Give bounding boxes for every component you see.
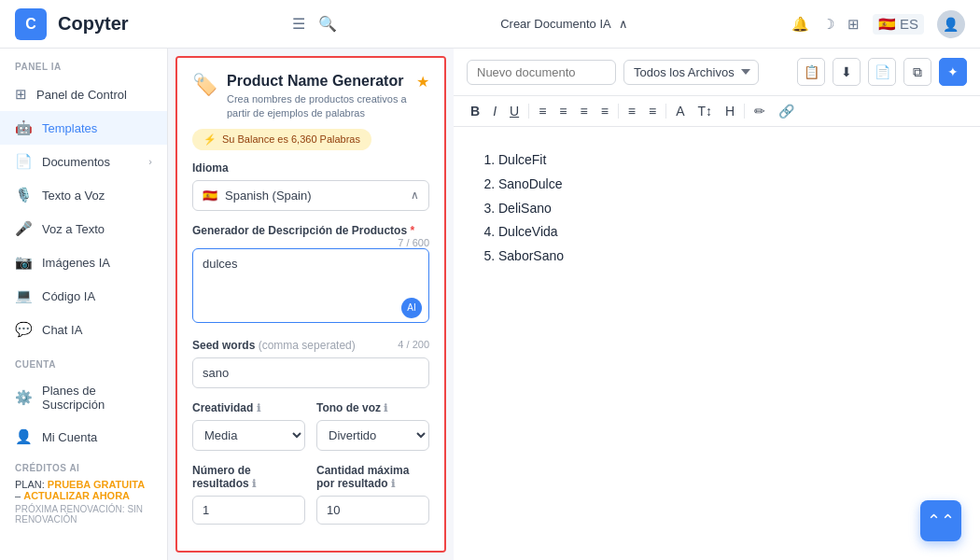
creatividad-label: Creatividad ℹ (192, 401, 305, 414)
avatar[interactable]: 👤 (937, 10, 965, 38)
credits-section: CRÉDITOS AI PLAN: PRUEBA GRATUITA – ACTU… (0, 454, 167, 534)
credits-label: CRÉDITOS AI (15, 463, 152, 473)
list-item-2: SanoDulce (498, 174, 954, 196)
format-italic[interactable]: I (489, 102, 500, 120)
fmt-divider-4 (744, 104, 745, 119)
format-align-left[interactable]: ≡ (535, 102, 550, 120)
format-list-ul[interactable]: ≡ (645, 102, 660, 120)
sidebar-item-texto-voz[interactable]: 🎙️ Texto a Voz (0, 178, 167, 212)
chevron-right-icon: › (148, 156, 152, 167)
toolbar-btn-1[interactable]: 📋 (797, 58, 825, 86)
creativity-tone-row: Creatividad ℹ Baja Media Alta Tono de vo… (192, 401, 429, 451)
sidebar-label-panel: Panel de Control (36, 88, 127, 102)
doc-name-input[interactable] (467, 60, 616, 85)
fmt-divider-1 (528, 104, 529, 119)
info-creatividad-icon[interactable]: ℹ (257, 402, 260, 413)
plan-update-link[interactable]: ACTUALIZAR AHORA (23, 490, 130, 501)
description-textarea-wrapper: dulces AI (192, 243, 429, 326)
bolt-icon: ⚡ (203, 133, 217, 146)
sidebar-label-texto-voz: Texto a Voz (42, 189, 105, 203)
format-link[interactable]: 🔗 (775, 102, 798, 120)
language-badge[interactable]: 🇪🇸 ES (873, 14, 924, 35)
bell-icon[interactable]: 🔔 (791, 16, 809, 33)
search-icon[interactable]: 🔍 (318, 15, 337, 33)
format-font-size[interactable]: T↕ (694, 102, 717, 120)
sidebar: PANEL IA ⊞ Panel de Control 🤖 Templates … (0, 49, 168, 560)
sidebar-label-chat: Chat IA (42, 323, 82, 337)
file-select[interactable]: Todos los Archivos (623, 60, 759, 85)
format-font-color[interactable]: A (672, 102, 688, 120)
flag-icon: 🇪🇸 (878, 16, 896, 33)
toolbar-btn-3[interactable]: 📄 (868, 58, 896, 86)
sidebar-label-planes: Planes de Suscripción (42, 384, 152, 412)
sidebar-item-panel-control[interactable]: ⊞ Panel de Control (0, 77, 167, 111)
sidebar-item-codigo[interactable]: 💻 Código IA (0, 279, 167, 313)
fab-scroll-top-button[interactable]: ⌃⌃ (920, 500, 961, 541)
max-qty-input[interactable] (316, 496, 429, 525)
format-bold[interactable]: B (467, 102, 483, 120)
doc-icon: 📄 (15, 153, 33, 170)
list-item-4: DulceVida (498, 221, 954, 244)
sidebar-item-planes[interactable]: ⚙️ Planes de Suscripción (0, 375, 167, 420)
editor-format-bar: B I U ≡ ≡ ≡ ≡ ≡ ≡ A T↕ H ✏ 🔗 (454, 96, 980, 127)
star-icon[interactable]: ★ (416, 73, 429, 91)
tono-select[interactable]: Formal Divertido Neutral (316, 420, 429, 451)
info-results-icon[interactable]: ℹ (252, 478, 256, 489)
format-underline[interactable]: U (506, 102, 523, 120)
chat-icon: 💬 (15, 321, 33, 338)
camera-icon: 📷 (15, 254, 33, 271)
tool-title: Product Name Generator (227, 73, 407, 90)
toolbar-btn-5-active[interactable]: ✦ (939, 58, 967, 86)
seed-label: Seed words (comma seperated) 4 / 200 (192, 339, 429, 352)
moon-icon[interactable]: ☽ (822, 16, 834, 33)
logo-box: C (15, 8, 47, 40)
description-textarea[interactable]: dulces (192, 248, 429, 323)
format-heading[interactable]: H (721, 102, 738, 120)
header-left: C Copyter (15, 8, 129, 40)
tool-title-area: Product Name Generator Crea nombres de p… (227, 73, 407, 121)
sidebar-item-mi-cuenta[interactable]: 👤 Mi Cuenta (0, 420, 167, 454)
hamburger-icon[interactable]: ☰ (292, 15, 305, 33)
list-item-3: DeliSano (498, 198, 954, 220)
balance-text: Su Balance es 6,360 Palabras (222, 133, 360, 145)
editor-content: DulceFit SanoDulce DeliSano DulceVida Sa… (454, 127, 980, 560)
sidebar-item-imagenes[interactable]: 📷 Imágenes IA (0, 245, 167, 279)
info-tono-icon[interactable]: ℹ (384, 402, 387, 413)
sidebar-label-codigo: Código IA (42, 289, 95, 303)
max-qty-label: Cantidad máxima por resultado ℹ (316, 464, 429, 490)
sidebar-item-voz-texto[interactable]: 🎤 Voz a Texto (0, 212, 167, 245)
num-results-label-text: Número de resultados (192, 464, 251, 490)
plan-free-link[interactable]: PRUEBA GRATUITA (48, 479, 145, 490)
ai-badge-icon: AI (401, 298, 422, 318)
language-select[interactable]: 🇪🇸 Spanish (Spain) ∧ (192, 180, 429, 211)
lang-code: ES (900, 16, 918, 32)
format-pen[interactable]: ✏ (750, 102, 769, 120)
toolbar-btn-4[interactable]: ⧉ (903, 58, 931, 86)
num-results-label: Número de resultados ℹ (192, 464, 305, 490)
seed-input[interactable] (192, 357, 429, 388)
language-value: Spanish (Spain) (225, 189, 312, 203)
main-layout: PANEL IA ⊞ Panel de Control 🤖 Templates … (0, 49, 980, 560)
format-align-right[interactable]: ≡ (576, 102, 591, 120)
format-align-justify[interactable]: ≡ (597, 102, 612, 120)
spain-flag-icon: 🇪🇸 (203, 189, 217, 203)
code-icon: 💻 (15, 287, 33, 304)
logo-text: Copyter (58, 13, 129, 35)
sidebar-item-documentos[interactable]: 📄 Documentos › (0, 145, 167, 178)
creatividad-select[interactable]: Baja Media Alta (192, 420, 305, 451)
expand-icon[interactable]: ⊞ (847, 16, 860, 33)
num-results-input[interactable] (192, 496, 305, 525)
sidebar-item-templates[interactable]: 🤖 Templates (0, 111, 167, 145)
seed-label-text: Seed words (comma seperated) (192, 339, 356, 352)
creativity-col: Creatividad ℹ Baja Media Alta (192, 401, 305, 451)
results-qty-row: Número de resultados ℹ Cantidad máxima p… (192, 464, 429, 525)
sidebar-item-chat[interactable]: 💬 Chat IA (0, 313, 167, 346)
balance-badge: ⚡ Su Balance es 6,360 Palabras (192, 129, 371, 150)
sidebar-label-voz-texto: Voz a Texto (42, 222, 105, 236)
toolbar-btn-2[interactable]: ⬇ (833, 58, 861, 86)
sidebar-cuenta-label: CUENTA (0, 346, 167, 375)
format-align-center[interactable]: ≡ (555, 102, 570, 120)
info-qty-icon[interactable]: ℹ (391, 478, 395, 489)
form-section: Idioma 🇪🇸 Spanish (Spain) ∧ Generador de… (177, 161, 444, 525)
format-list-ol[interactable]: ≡ (624, 102, 639, 120)
